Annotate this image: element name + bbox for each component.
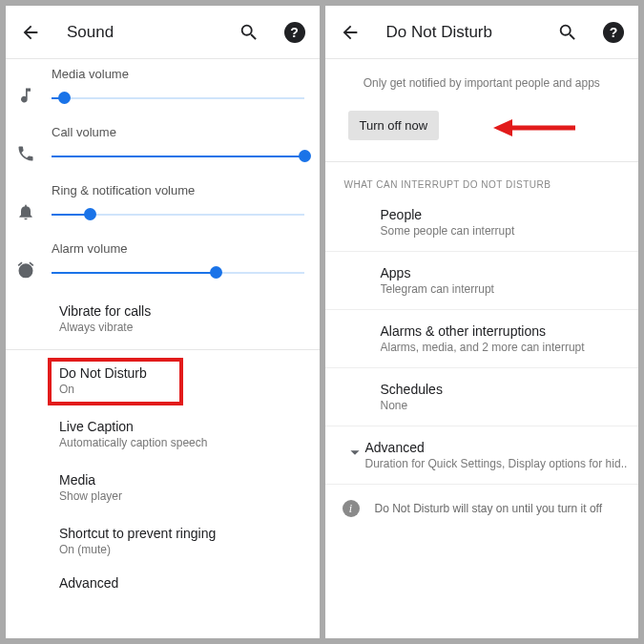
appbar: Sound ? bbox=[6, 6, 320, 59]
apps-secondary: Telegram can interrupt bbox=[381, 282, 620, 296]
shortcut-primary: Shortcut to prevent ringing bbox=[59, 526, 310, 541]
call-volume-row: Call volume bbox=[6, 117, 320, 176]
divider bbox=[6, 349, 320, 350]
phone-icon bbox=[11, 144, 40, 163]
media-secondary: Show player bbox=[59, 489, 310, 503]
alarm-volume-row: Alarm volume bbox=[6, 234, 320, 292]
help-icon[interactable]: ? bbox=[276, 13, 314, 52]
help-icon[interactable]: ? bbox=[594, 13, 633, 52]
advanced-row[interactable]: Advanced bbox=[6, 568, 320, 591]
people-secondary: Some people can interrupt bbox=[381, 224, 620, 238]
back-icon[interactable] bbox=[11, 13, 50, 52]
appbar: Do Not Disturb ? bbox=[325, 6, 639, 59]
caption-primary: Live Caption bbox=[59, 419, 310, 434]
people-row[interactable]: People Some people can interrupt bbox=[325, 194, 639, 252]
ring-volume-slider[interactable] bbox=[52, 207, 304, 222]
alarm-volume-label: Alarm volume bbox=[52, 241, 310, 265]
shortcut-secondary: On (mute) bbox=[59, 543, 310, 556]
apps-row[interactable]: Apps Telegram can interrupt bbox=[325, 252, 639, 310]
advanced-primary: Advanced bbox=[365, 440, 628, 455]
back-icon[interactable] bbox=[331, 13, 369, 52]
call-volume-label: Call volume bbox=[52, 125, 310, 149]
sound-settings-panel: Sound ? Media volume bbox=[6, 6, 320, 638]
content: Media volume Call volume bbox=[6, 59, 320, 638]
apps-primary: Apps bbox=[381, 265, 620, 280]
music-note-icon bbox=[11, 86, 40, 105]
media-row[interactable]: Media Show player bbox=[6, 461, 320, 514]
search-icon[interactable] bbox=[549, 13, 587, 52]
annotation-arrow-icon bbox=[491, 114, 577, 142]
alarms-row[interactable]: Alarms & other interruptions Alarms, med… bbox=[325, 310, 639, 368]
dnd-primary: Do Not Disturb bbox=[59, 365, 310, 381]
alarms-primary: Alarms & other interruptions bbox=[381, 323, 620, 339]
alarms-secondary: Alarms, media, and 2 more can interrupt bbox=[381, 341, 620, 354]
call-volume-slider[interactable] bbox=[52, 149, 304, 164]
vibrate-row[interactable]: Vibrate for calls Always vibrate bbox=[6, 292, 320, 345]
search-icon[interactable] bbox=[230, 13, 268, 52]
schedules-row[interactable]: Schedules None bbox=[325, 368, 639, 426]
media-volume-slider[interactable] bbox=[52, 91, 304, 106]
ring-volume-row: Ring & notification volume bbox=[6, 176, 320, 234]
intro-text: Only get notified by important people an… bbox=[348, 76, 616, 90]
section-header: WHAT CAN INTERRUPT DO NOT DISTURB bbox=[325, 162, 639, 194]
shortcut-row[interactable]: Shortcut to prevent ringing On (mute) bbox=[6, 514, 320, 568]
people-primary: People bbox=[381, 207, 620, 222]
bell-icon bbox=[11, 202, 40, 221]
dnd-secondary: On bbox=[59, 383, 310, 396]
page-title: Sound bbox=[57, 23, 222, 42]
schedules-secondary: None bbox=[381, 399, 620, 412]
media-primary: Media bbox=[59, 472, 310, 488]
advanced-secondary: Duration for Quick Settings, Display opt… bbox=[365, 457, 628, 470]
intro-block: Only get notified by important people an… bbox=[325, 59, 639, 162]
info-text: Do Not Disturb will stay on until you tu… bbox=[375, 502, 603, 515]
schedules-primary: Schedules bbox=[381, 382, 620, 397]
info-row: i Do Not Disturb will stay on until you … bbox=[325, 485, 639, 532]
vibrate-primary: Vibrate for calls bbox=[59, 303, 310, 319]
alarm-clock-icon bbox=[11, 260, 40, 280]
alarm-volume-slider[interactable] bbox=[52, 265, 304, 280]
live-caption-row[interactable]: Live Caption Automatically caption speec… bbox=[6, 407, 320, 461]
advanced-row[interactable]: Advanced Duration for Quick Settings, Di… bbox=[325, 426, 639, 485]
page-title: Do Not Disturb bbox=[377, 23, 542, 42]
chevron-down-icon bbox=[344, 442, 365, 467]
media-volume-row: Media volume bbox=[6, 59, 320, 117]
turn-off-now-button[interactable]: Turn off now bbox=[348, 111, 440, 140]
vibrate-secondary: Always vibrate bbox=[59, 321, 310, 334]
info-icon: i bbox=[343, 500, 360, 517]
media-volume-label: Media volume bbox=[52, 67, 310, 91]
dnd-settings-panel: Do Not Disturb ? Only get notified by im… bbox=[325, 6, 639, 638]
svg-marker-1 bbox=[493, 119, 512, 136]
caption-secondary: Automatically caption speech bbox=[59, 436, 310, 449]
dnd-row[interactable]: Do Not Disturb On bbox=[6, 354, 320, 407]
ring-volume-label: Ring & notification volume bbox=[52, 183, 310, 207]
